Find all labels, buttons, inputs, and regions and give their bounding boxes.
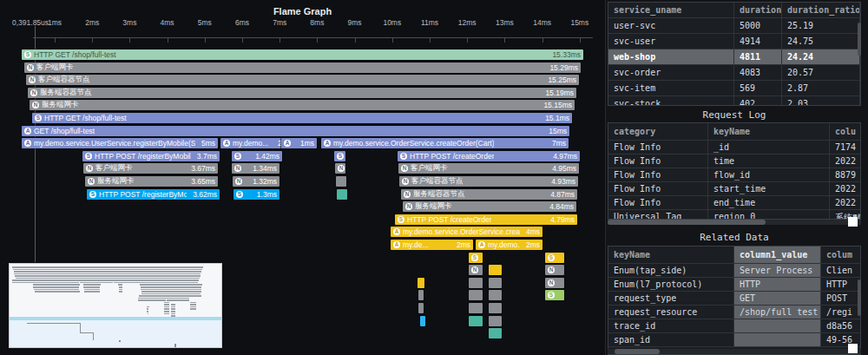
flame-span-bar[interactable]: SHTTP GET /shop/full-test15.1ms [32,113,572,123]
table-row[interactable]: Flow Infoflow_id8879 [608,168,860,182]
span-type-icon: N [405,203,412,210]
span-duration: 4.97ms [549,152,577,161]
flame-span-bar[interactable]: N服务端容器节点4.87ms [401,189,577,200]
flame-span-bar[interactable]: N [469,265,483,275]
table-row[interactable]: Flow Info_id7174 [608,141,860,154]
flame-span-bar[interactable]: N客户端容器节点15.25ms [26,75,579,85]
flame-span-bar[interactable] [489,278,502,288]
span-duration: 3.65ms [187,177,215,186]
related-data-horizontal-scrollbar[interactable] [608,349,861,354]
request-log-horizontal-scrollbar[interactable] [608,220,861,225]
table-row[interactable]: svc-user491424.75 [608,34,860,49]
flame-span-bar[interactable]: Amy.demo.service.UserService.registerByM… [22,138,218,148]
flame-span-bar[interactable]: N客户端网卡4.95ms [398,163,579,174]
flame-span-bar[interactable]: N [545,265,564,275]
flame-span-bar[interactable] [489,290,502,300]
flame-span-bar[interactable]: N客户端网卡3.67ms [83,163,218,174]
flame-span-bar[interactable]: N服务端网卡15.15ms [30,100,575,110]
table-row[interactable]: Flow Infoend_time2022 [608,196,860,210]
scrollbar-thumb[interactable] [615,349,660,354]
table-row[interactable]: svc-stock4022.03 [608,96,860,106]
table-row[interactable]: trace_idd8a56 [608,319,860,333]
flame-span-bar[interactable]: N服务端网卡4.84ms [403,201,576,212]
table-cell: Flow Info [608,196,708,209]
flame-span-bar[interactable]: S [545,290,564,300]
table-row[interactable]: Flow Infostart_time2022 [608,182,860,196]
flame-span-bar[interactable]: S [334,151,345,161]
flame-span-bar[interactable] [420,316,425,326]
span-type-icon: A [324,140,331,147]
flame-span-bar[interactable] [489,328,502,339]
flame-span-bar[interactable]: SHTTP POST /registerByMobil...3.7ms [82,151,220,161]
flame-span-bar[interactable]: Amy.demo.service.OrderService.createOrde… [321,138,569,148]
flame-span-bar[interactable]: N客户端网卡15.29ms [24,62,581,73]
table-cell: svc-order [608,65,734,80]
flame-span-bar[interactable]: N [545,278,564,288]
table-row[interactable]: web-shop481124.24 [608,49,860,65]
table-row[interactable]: request_resource/shop/full test/regi [608,306,860,319]
minimap-bar [171,304,175,306]
flame-span-bar[interactable] [469,278,483,288]
flame-span-bar[interactable]: SHTTP POST /createOrder4.97ms [398,151,580,161]
flame-span-bar[interactable]: S1.3ms [233,189,279,200]
flame-span-bar[interactable]: SHTTP GET /shop/full-test15.33ms [22,49,583,60]
table-row[interactable]: request_typeGETPOST [608,292,860,306]
flame-span-bar[interactable] [489,265,502,275]
axis-tick-mark [279,37,280,43]
related-data-vertical-scrollbar[interactable] [858,279,861,316]
table-cell: end_time [708,196,830,209]
flame-span-bar[interactable]: A1ms [281,138,317,148]
trace-analysis-window: Flame Graph 0,391.85us 1ms2ms3ms4ms5ms6m… [0,0,868,355]
flame-span-bar[interactable] [489,316,502,326]
flame-span-bar[interactable]: S1.42ms [232,151,282,161]
service-table-vertical-scrollbar[interactable] [858,23,861,56]
flame-span-bar[interactable]: Amy.de...2ms [391,240,473,250]
table-row[interactable]: user-svc500025.19 [608,18,860,34]
table-row[interactable]: Flow Infotime2022 [608,154,860,168]
table-row[interactable]: svc-item5692.87 [608,81,860,96]
flame-span-bar[interactable] [469,316,483,326]
table-row[interactable]: span_id49-56 [608,333,860,347]
flame-span-bar[interactable]: N1.34ms [232,163,279,174]
flame-span-bar[interactable]: N客户端容器节点4.93ms [399,176,578,187]
related-data-resize-handle[interactable] [848,344,858,353]
flame-span-bar[interactable] [336,176,346,187]
flame-span-bar[interactable]: N服务端网卡3.65ms [85,176,218,187]
table-row[interactable]: Enum(tap_side)Server ProcessClien [608,264,860,278]
table-cell: 8879 [830,168,861,181]
flame-span-bar[interactable]: N1.32ms [233,176,279,187]
flame-span-bar[interactable]: Amy.demo...2ms [476,240,542,250]
flame-span-bar[interactable] [489,303,502,313]
span-label: 客户端网卡 [95,163,133,174]
flame-span-bar[interactable] [469,290,483,300]
table-row[interactable]: Universal Tagregion_0系统默认 [608,210,860,220]
flame-span-bar[interactable]: SHTTP POST /registerByMobil..3.62ms [87,189,220,200]
table-row[interactable]: svc-order408320.57 [608,65,860,81]
flame-graph-title: Flame Graph [0,6,605,16]
axis-tick-label: 11ms [421,18,438,27]
axis-tick-mark [430,37,431,43]
flame-span-bar[interactable] [418,303,424,313]
table-cell: /regi [821,306,861,319]
flame-span-bar[interactable] [469,303,483,313]
axis-tick-label: 2ms [85,18,99,27]
flame-span-bar[interactable]: Amy.demo.service.OrderService.createO...… [391,227,542,237]
flame-span-bar[interactable] [418,278,424,288]
flame-span-bar[interactable]: SHTTP POST /createOrder4.79ms [395,214,577,225]
flame-span-bar[interactable]: N [335,163,345,174]
flame-minimap[interactable] [9,263,222,348]
span-duration: 1.32ms [249,177,277,186]
flame-span-bar[interactable]: N服务端容器节点15.19ms [28,88,576,98]
scrollbar-thumb[interactable] [608,220,766,225]
table-cell: time [708,154,830,168]
table-row[interactable]: Enum(l7_protocol)HTTPHTTP [608,278,860,292]
flame-span-bar[interactable] [337,189,347,200]
flame-span-bar[interactable]: S [469,253,483,263]
span-label: HTTP POST /createOrder [410,152,494,161]
flame-span-bar[interactable]: AGET /shop/full-test15ms [22,126,569,136]
request-log-resize-handle[interactable] [848,217,858,227]
flame-span-bar[interactable]: S [545,253,564,263]
minimap-bar [171,315,175,317]
flame-span-bar[interactable] [418,290,424,300]
axis-tick-label: 4ms [161,18,174,27]
